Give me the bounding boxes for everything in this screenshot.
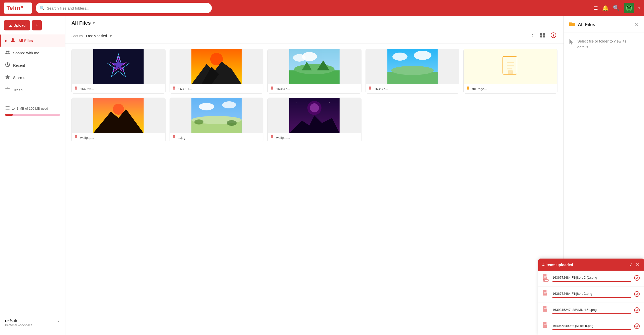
- avatar-dropdown-icon[interactable]: ▾: [638, 6, 640, 10]
- storage-bar-background: [5, 114, 60, 116]
- svg-rect-99: [544, 294, 546, 294]
- file-thumbnail: [464, 49, 557, 84]
- upload-item: 1636772484IF1tj8orbC.png: [538, 287, 644, 303]
- svg-rect-37: [75, 88, 77, 89]
- workspace-footer[interactable]: Default Personal workspace ⌃: [0, 315, 65, 331]
- search-input[interactable]: [47, 6, 208, 10]
- svg-rect-87: [271, 135, 273, 138]
- shared-icon: [5, 50, 10, 56]
- svg-point-73: [199, 103, 214, 110]
- new-folder-button[interactable]: +: [32, 20, 42, 30]
- svg-rect-92: [544, 277, 546, 278]
- info-button[interactable]: [549, 31, 557, 40]
- sidebar-item-trash[interactable]: Trash: [0, 84, 65, 96]
- sort-dropdown-icon[interactable]: ▾: [110, 34, 112, 38]
- file-card[interactable]: 164065...: [71, 49, 166, 94]
- upload-progress-bar: [552, 313, 631, 314]
- file-info: 1.jpg: [170, 133, 263, 142]
- storage-bar-fill: [5, 114, 13, 116]
- svg-rect-21: [6, 106, 10, 107]
- sidebar-item-label: Recent: [13, 63, 25, 67]
- search-bar[interactable]: 🔍: [36, 3, 212, 13]
- svg-rect-90: [546, 274, 547, 276]
- file-card[interactable]: 1.jpg: [170, 98, 264, 142]
- upload-progress-fill: [552, 281, 631, 282]
- file-card[interactable]: wallpap...: [71, 98, 166, 142]
- search-icon: 🔍: [40, 6, 45, 11]
- file-card[interactable]: fullPage...: [463, 49, 557, 94]
- upload-button[interactable]: ☁ Upload: [4, 20, 30, 30]
- workspace-name: Default: [5, 319, 32, 323]
- svg-point-100: [634, 291, 639, 297]
- file-card[interactable]: wallpap...: [267, 98, 361, 142]
- svg-rect-22: [6, 108, 10, 108]
- panel-close-button[interactable]: ✕: [635, 22, 639, 28]
- upload-progress-fill: [552, 313, 631, 314]
- file-name: 164065...: [80, 87, 94, 91]
- svg-point-69: [113, 104, 124, 115]
- star-icon: [5, 74, 10, 81]
- sidebar-item-label: Shared with me: [13, 51, 39, 55]
- sidebar-item-recent[interactable]: Recent: [0, 59, 65, 71]
- file-card[interactable]: 163677...: [267, 49, 361, 94]
- svg-point-77: [194, 119, 203, 124]
- panel-header: All Files ✕: [564, 16, 644, 32]
- svg-rect-23: [6, 109, 10, 110]
- svg-rect-103: [544, 308, 547, 309]
- file-thumbnail: [268, 98, 361, 133]
- svg-rect-3: [630, 5, 631, 6]
- svg-point-104: [634, 308, 639, 313]
- hamburger-icon[interactable]: ☰: [593, 5, 598, 11]
- svg-point-15: [8, 51, 10, 53]
- file-name: fullPage...: [472, 87, 487, 91]
- more-options-button[interactable]: ⋮: [529, 32, 536, 40]
- svg-rect-26: [540, 35, 542, 37]
- svg-point-0: [21, 6, 23, 8]
- recent-icon: [5, 62, 10, 68]
- upload-close-button[interactable]: ✕: [636, 262, 640, 268]
- file-thumbnail: [170, 98, 263, 133]
- header-search-icon[interactable]: 🔍: [613, 5, 620, 11]
- upload-label: Upload: [14, 23, 25, 27]
- svg-rect-106: [546, 322, 547, 324]
- sidebar-item-all-files[interactable]: ▶ All Files: [0, 34, 65, 47]
- logo-text: Telin: [7, 5, 20, 11]
- file-info: 164065...: [72, 84, 165, 93]
- svg-rect-30: [553, 35, 554, 36]
- svg-point-108: [634, 324, 639, 329]
- upload-file-icon: [542, 290, 549, 300]
- sidebar-divider: [4, 99, 61, 99]
- file-name: 163677...: [276, 87, 290, 91]
- svg-rect-11: [627, 6, 628, 7]
- sidebar-item-starred[interactable]: Starred: [0, 71, 65, 84]
- file-card[interactable]: 163931...: [170, 49, 264, 94]
- file-type-icon: [466, 86, 470, 91]
- upload-progress-bar: [552, 329, 631, 330]
- file-info: 163677...: [268, 84, 361, 93]
- title-dropdown-icon[interactable]: ▾: [93, 21, 95, 25]
- svg-rect-8: [627, 10, 628, 11]
- file-card[interactable]: 163677...: [366, 49, 460, 94]
- upload-progress-bar: [552, 297, 631, 298]
- svg-rect-91: [544, 276, 547, 277]
- file-info: fullPage...: [464, 84, 557, 93]
- svg-rect-2: [627, 5, 628, 6]
- grid-view-button[interactable]: [539, 31, 546, 40]
- logo-dot: [21, 6, 23, 8]
- upload-item: 1640658490nfQNFsfzlu.png: [538, 319, 644, 335]
- svg-rect-52: [271, 87, 273, 90]
- header-right: ☰ 🔔 🔍 ▾: [593, 3, 640, 13]
- file-thumbnail: [72, 49, 165, 84]
- avatar[interactable]: [624, 3, 634, 13]
- notification-icon[interactable]: 🔔: [602, 5, 609, 11]
- sort-value[interactable]: Last Modified: [86, 34, 107, 38]
- file-info: 163931...: [170, 84, 263, 93]
- panel-folder-icon: [569, 21, 575, 28]
- upload-file-icon: [542, 306, 549, 316]
- file-name: 1.jpg: [178, 136, 185, 140]
- sidebar-item-shared[interactable]: Shared with me: [0, 47, 65, 59]
- svg-point-54: [392, 53, 408, 61]
- file-thumbnail: [170, 49, 263, 84]
- upload-collapse-button[interactable]: ✓: [629, 262, 633, 268]
- svg-point-74: [222, 101, 236, 108]
